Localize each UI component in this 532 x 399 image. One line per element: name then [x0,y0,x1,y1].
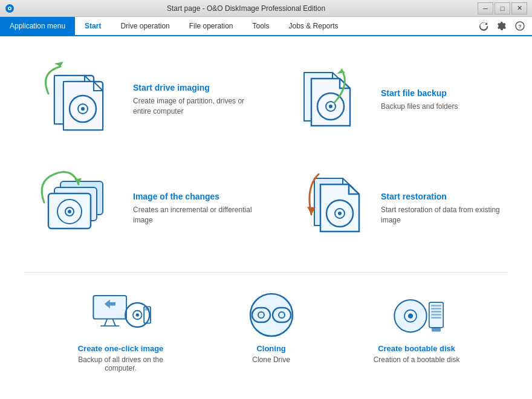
close-button[interactable]: ✕ [511,2,527,15]
drive-imaging-icon [30,60,127,139]
settings-button[interactable] [495,19,509,33]
svg-marker-10 [54,62,63,66]
one-click-icon [91,291,151,339]
svg-line-29 [112,319,115,326]
bottom-card-title-cloning[interactable]: Cloning [256,344,285,353]
maximize-button[interactable]: □ [495,2,510,15]
tab-start[interactable]: Start [75,17,111,36]
window-controls: ─ □ ✕ [478,2,527,15]
svg-point-2 [9,7,11,9]
card-desc-restoration: Start restoration of data from existing … [381,205,502,225]
bottom-card-title-bootable[interactable]: Create bootable disk [378,344,455,353]
bottom-card-desc-one-click: Backup of all drives on the computer. [73,355,169,372]
svg-rect-48 [431,311,441,313]
app-icon [5,4,15,13]
svg-point-37 [250,294,293,336]
svg-line-28 [104,319,107,326]
svg-rect-47 [431,308,441,310]
card-title-restoration[interactable]: Start restoration [381,192,502,201]
cloning-icon [241,291,302,339]
tab-file-operation[interactable]: File operation [180,17,243,35]
bottom-card-desc-cloning: Clone Drive [252,355,290,364]
file-backup-icon [278,60,375,139]
app-menu-button[interactable]: Application menu [0,17,75,35]
title-bar: Start page - O&O DiskImage Professional … [0,0,532,17]
menu-tabs: Start Drive operation File operation Too… [75,17,348,35]
card-bootable-disk[interactable]: Create bootable disk Creation of a boota… [362,285,472,378]
svg-rect-46 [431,305,441,307]
card-desc-image-of-changes: Creates an incremental or differential i… [133,205,254,225]
card-title-drive-imaging[interactable]: Start drive imaging [133,83,254,92]
svg-rect-51 [432,328,441,332]
divider [24,272,508,273]
card-text-file-backup: Start file backup Backup files and folde… [375,88,502,112]
svg-point-34 [135,313,138,316]
help-button[interactable]: ? [513,19,527,33]
card-title-image-of-changes[interactable]: Image of the changes [133,192,254,201]
bottom-card-desc-bootable: Creation of a bootable disk [374,355,460,364]
refresh-button[interactable] [476,19,491,33]
svg-rect-50 [431,317,441,319]
tab-jobs-reports[interactable]: Jobs & Reports [279,17,348,35]
card-start-restoration[interactable]: Start restoration Start restoration of d… [272,157,508,260]
menu-bar: Application menu Start Drive operation F… [0,17,532,36]
card-desc-file-backup: Backup files and folders [381,102,502,112]
card-cloning[interactable]: Cloning Clone Drive [229,285,314,378]
main-cards-grid: Start drive imaging Create image of part… [24,48,508,260]
svg-point-44 [408,314,413,319]
card-text-restoration: Start restoration Start restoration of d… [375,192,502,225]
restoration-icon [278,169,375,248]
menu-right-icons: ? [472,17,532,35]
card-title-file-backup[interactable]: Start file backup [381,88,502,98]
main-content: Start drive imaging Create image of part… [0,36,532,399]
minimize-button[interactable]: ─ [478,2,493,15]
card-start-file-backup[interactable]: Start file backup Backup files and folde… [272,48,508,151]
incremental-image-icon [30,169,127,248]
window-title: Start page - O&O DiskImage Professional … [15,4,478,13]
svg-rect-36 [145,308,149,311]
bootable-disk-icon [386,291,447,339]
card-text-image-of-changes: Image of the changes Creates an incremen… [127,192,254,225]
svg-point-13 [329,105,332,108]
svg-point-20 [68,210,71,213]
svg-point-24 [338,212,342,215]
card-image-of-changes[interactable]: Image of the changes Creates an incremen… [24,157,260,260]
tab-drive-operation[interactable]: Drive operation [111,17,179,35]
tab-tools[interactable]: Tools [243,17,279,35]
card-start-drive-imaging[interactable]: Start drive imaging Create image of part… [24,48,260,151]
bottom-cards-row: Create one-click image Backup of all dri… [24,279,508,378]
card-desc-drive-imaging: Create image of partition, drives or ent… [133,96,254,117]
bottom-card-title-one-click[interactable]: Create one-click image [78,344,164,353]
card-text-drive-imaging: Start drive imaging Create image of part… [127,83,254,117]
svg-point-9 [81,107,85,111]
svg-rect-49 [431,314,441,316]
card-one-click-image[interactable]: Create one-click image Backup of all dri… [60,285,181,378]
svg-text:?: ? [518,24,522,30]
